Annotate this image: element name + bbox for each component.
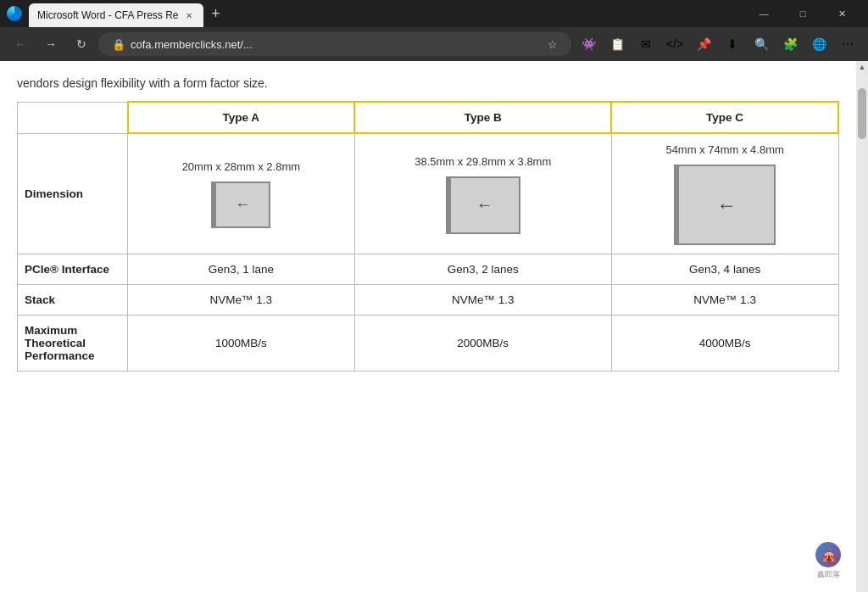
toolbar-icons: 👾 📋 ✉ </> 📌 ⬇ 🔍 🧩 🌐 ⋯ <box>575 31 861 58</box>
card-diagram-a: ← <box>138 182 344 228</box>
new-tab-button[interactable]: + <box>203 2 227 25</box>
comparison-table: Type A Type B Type C Dimension 20mm x 28… <box>17 101 839 371</box>
stack-type-c: NVMe™ 1.3 <box>611 285 838 316</box>
close-button[interactable]: ✕ <box>822 0 861 27</box>
page-area: vendors design flexibility with a form f… <box>0 61 868 592</box>
watermark-text: 鑫郎落 <box>817 569 840 580</box>
dimension-label: Dimension <box>18 133 128 254</box>
scroll-up-arrow[interactable]: ▲ <box>858 63 866 71</box>
pcie-type-b: Gen3, 2 lanes <box>354 254 611 285</box>
download-icon[interactable]: ⬇ <box>719 31 746 58</box>
stack-label: Stack <box>18 285 128 316</box>
card-b-shape: ← <box>446 176 520 234</box>
menu-icon[interactable]: ⋯ <box>834 31 861 58</box>
pcie-type-a: Gen3, 1 lane <box>128 254 355 285</box>
stack-type-b: NVMe™ 1.3 <box>354 285 611 316</box>
stack-type-a: NVMe™ 1.3 <box>128 285 355 316</box>
dimension-type-a: 20mm x 28mm x 2.8mm ← <box>128 133 355 254</box>
dimension-type-c: 54mm x 74mm x 4.8mm ← <box>611 133 838 254</box>
card-diagram-b: ← <box>365 176 601 234</box>
performance-type-a: 1000MB/s <box>128 316 355 371</box>
dev-tools-icon[interactable]: </> <box>661 31 688 58</box>
performance-row: Maximum Theoretical Performance 1000MB/s… <box>18 316 839 371</box>
tab-strip: Microsoft Word - CFA Press Re ✕ + <box>29 0 737 27</box>
dimension-row: Dimension 20mm x 28mm x 2.8mm ← 38.5mm x… <box>18 133 839 254</box>
title-bar: Microsoft Word - CFA Press Re ✕ + — □ ✕ <box>0 0 868 27</box>
mail-icon[interactable]: ✉ <box>632 31 659 58</box>
dimension-type-b: 38.5mm x 29.8mm x 3.8mm ← <box>354 133 611 254</box>
address-input[interactable]: 🔒 cofa.memberclicks.net/... ☆ <box>98 32 571 56</box>
pcie-row: PCIe® Interface Gen3, 1 lane Gen3, 2 lan… <box>18 254 839 285</box>
pcie-type-c: Gen3, 4 lanes <box>611 254 838 285</box>
profiles-icon[interactable]: 📋 <box>604 31 631 58</box>
performance-type-b: 2000MB/s <box>354 316 611 371</box>
card-diagram-c: ← <box>622 165 828 245</box>
url-text: cofa.memberclicks.net/... <box>131 38 253 51</box>
pcie-label: PCIe® Interface <box>18 254 128 285</box>
tab-title: Microsoft Word - CFA Press Re <box>37 9 178 21</box>
card-a-shape: ← <box>211 182 270 228</box>
tab-close-button[interactable]: ✕ <box>183 9 195 21</box>
performance-type-c: 4000MB/s <box>611 316 838 371</box>
right-scrollbar[interactable]: ▲ <box>856 61 868 592</box>
stack-row: Stack NVMe™ 1.3 NVMe™ 1.3 NVMe™ 1.3 <box>18 285 839 316</box>
extensions-icon[interactable]: 👾 <box>575 31 602 58</box>
pin-icon[interactable]: 📌 <box>690 31 717 58</box>
address-bar: ← → ↻ 🔒 cofa.memberclicks.net/... ☆ 👾 📋 … <box>0 27 868 61</box>
active-tab[interactable]: Microsoft Word - CFA Press Re ✕ <box>29 3 203 27</box>
maximize-button[interactable]: □ <box>783 0 822 27</box>
reload-button[interactable]: ↻ <box>68 31 95 58</box>
browser-icon <box>7 6 22 21</box>
minimize-button[interactable]: — <box>744 0 783 27</box>
forward-button[interactable]: → <box>37 31 64 58</box>
header-row: Type A Type B Type C <box>18 102 839 133</box>
search-icon[interactable]: 🔍 <box>748 31 775 58</box>
card-c-shape: ← <box>674 165 776 245</box>
header-type-b: Type B <box>354 102 611 133</box>
watermark: 🎪 鑫郎落 <box>815 542 841 580</box>
empty-header <box>18 102 128 133</box>
globe-icon[interactable]: 🌐 <box>805 31 832 58</box>
puzzle-icon[interactable]: 🧩 <box>776 31 804 58</box>
back-button[interactable]: ← <box>7 31 34 58</box>
intro-paragraph: vendors design flexibility with a form f… <box>17 61 839 101</box>
header-type-a: Type A <box>128 102 355 133</box>
performance-label: Maximum Theoretical Performance <box>18 316 128 371</box>
watermark-logo: 🎪 <box>815 542 841 567</box>
scroll-thumb[interactable] <box>858 88 866 139</box>
window-controls: — □ ✕ <box>744 0 861 27</box>
header-type-c: Type C <box>611 102 838 133</box>
content-area: vendors design flexibility with a form f… <box>0 61 856 592</box>
